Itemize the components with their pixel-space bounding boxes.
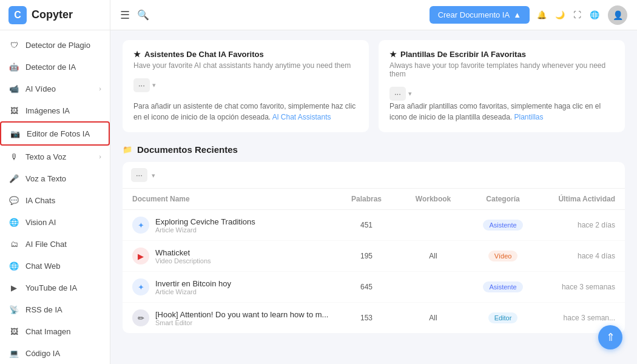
nav-label-imagenes-ia: Imágenes IA — [25, 106, 70, 115]
doc-name-cell: ✏ [Hook] Attention! Do you want to learn… — [132, 309, 336, 326]
nav-icon-texto-a-voz: 🎙 — [8, 151, 19, 162]
nav-label-voz-a-texto: Voz a Texto — [25, 174, 66, 183]
col-palabras: Palabras — [336, 195, 397, 203]
docs-table: ··· ▾ Document Name Palabras Workbook Ca… — [123, 162, 625, 333]
bell-icon[interactable]: 🔔 — [537, 10, 547, 19]
recent-docs-header: 📁 Documentos Recientes — [123, 144, 625, 155]
table-toolbar: ··· ▾ — [123, 162, 625, 189]
sidebar-item-texto-a-voz[interactable]: 🎙 Texto a Voz › — [0, 146, 110, 167]
nav-icon-chat-web: 🌐 — [8, 260, 19, 271]
doc-palabras: 153 — [336, 314, 397, 322]
nav-label-texto-a-voz: Texto a Voz — [25, 152, 66, 161]
doc-title: Invertir en Bitcoin hoy — [155, 279, 231, 288]
doc-badge: Vídeo — [488, 251, 518, 261]
doc-sub: Article Wizard — [155, 226, 255, 234]
nav-arrow-ai-video: › — [99, 85, 101, 92]
sidebar: C Copyter 🛡 Detector de Plagio 🤖 Detecto… — [0, 0, 110, 364]
table-row[interactable]: ▶ Whaticket Video Descriptions 195 All V… — [123, 241, 625, 272]
col-workbook: Workbook — [397, 195, 470, 203]
doc-actividad: hace 3 seman... — [536, 314, 615, 322]
table-toolbar-chevron[interactable]: ▾ — [152, 172, 155, 179]
doc-badge: Asistente — [483, 281, 522, 292]
sidebar-item-youtube-ia[interactable]: ▶ YouTube de IA — [0, 277, 110, 298]
sidebar-item-voz-a-texto[interactable]: 🎤 Voz a Texto — [0, 167, 110, 189]
nav-label-ai-video: AI Vídeo — [25, 84, 56, 93]
table-row[interactable]: ✦ Exploring Ceviche Traditions Article W… — [123, 210, 625, 241]
fav-chat-link[interactable]: Al Chat Assistants — [272, 113, 331, 121]
nav-arrow-texto-a-voz: › — [99, 153, 101, 160]
col-categoria: Categoría — [470, 195, 536, 203]
nav-label-ia-chats: IA Chats — [25, 196, 55, 205]
sidebar-item-chat-imagen[interactable]: 🖼 Chat Imagen — [0, 320, 110, 342]
nav-icon-vision-ai: 🌐 — [8, 217, 19, 228]
nav-icon-ia-chats: 💬 — [8, 195, 19, 206]
sidebar-item-detector-ia[interactable]: 🤖 Detector de IA — [0, 56, 110, 78]
fav-card-templates-subtitle: Always have your top favorite templates … — [389, 61, 614, 78]
topbar-icons: 🔔 🌙 ⛶ 🌐 👤 — [537, 5, 627, 25]
col-actividad: Última Actividad — [536, 195, 615, 203]
scroll-top-fab[interactable]: ⇑ — [598, 325, 622, 349]
sidebar-item-ia-chats[interactable]: 💬 IA Chats — [0, 189, 110, 211]
col-name: Document Name — [132, 195, 336, 203]
nav-label-codigo-ia: Código IA — [25, 349, 60, 358]
sidebar-item-codigo-ia[interactable]: 💻 Código IA — [0, 342, 110, 364]
nav-icon-youtube-ia: ▶ — [8, 282, 19, 293]
globe-icon[interactable]: 🌐 — [590, 10, 599, 19]
doc-title: Exploring Ceviche Traditions — [155, 217, 255, 226]
fav-templates-dots-button[interactable]: ··· — [389, 87, 406, 101]
nav-label-chat-imagen: Chat Imagen — [25, 327, 70, 336]
sidebar-header: C Copyter — [0, 0, 110, 30]
logo-letter: C — [14, 10, 21, 21]
moon-icon[interactable]: 🌙 — [555, 10, 565, 19]
fav-chat-chevron[interactable]: ▾ — [152, 81, 156, 89]
doc-categoria: Vídeo — [470, 251, 536, 261]
doc-categoria: Editor — [470, 312, 536, 323]
doc-badge: Editor — [488, 312, 518, 323]
fav-card-templates-footer: Para añadir plantillas como favoritas, s… — [389, 101, 614, 123]
doc-actividad: hace 2 días — [536, 221, 615, 229]
fav-chat-dots-button[interactable]: ··· — [133, 78, 150, 92]
crear-documento-button[interactable]: Crear Documento IA ▲ — [430, 6, 530, 24]
sidebar-item-detector-plagio[interactable]: 🛡 Detector de Plagio — [0, 34, 110, 56]
main-area: ☰ 🔍 Crear Documento IA ▲ 🔔 🌙 ⛶ 🌐 👤 ★ Asi… — [110, 0, 637, 364]
sidebar-item-imagenes-ia[interactable]: 🖼 Imágenes IA — [0, 99, 110, 121]
fav-card-chat: ★ Asistentes De Chat IA Favoritos Have y… — [123, 40, 369, 132]
sidebar-item-editor-fotos-ia[interactable]: 📷 Editor de Fotos IA — [0, 121, 110, 146]
logo-box: C — [8, 6, 27, 24]
doc-categoria: Asistente — [470, 220, 536, 231]
nav-icon-imagenes-ia: 🖼 — [8, 105, 19, 116]
sidebar-item-chat-web[interactable]: 🌐 Chat Web — [0, 255, 110, 277]
doc-icon: ✦ — [132, 278, 149, 295]
table-dots-button[interactable]: ··· — [131, 168, 147, 182]
table-row[interactable]: ✏ [Hook] Attention! Do you want to learn… — [123, 303, 625, 333]
doc-icon: ▶ — [132, 248, 149, 265]
nav-label-rss-ia: RSS de IA — [25, 305, 62, 314]
fav-card-templates-dots: ··· ▾ — [389, 87, 614, 101]
table-row[interactable]: ✦ Invertir en Bitcoin hoy Article Wizard… — [123, 272, 625, 303]
doc-sub: Smart Editor — [155, 319, 328, 326]
expand-icon[interactable]: ⛶ — [573, 10, 581, 19]
doc-workbook: All — [397, 314, 470, 322]
doc-palabras: 645 — [336, 283, 397, 291]
favorites-row: ★ Asistentes De Chat IA Favoritos Have y… — [123, 40, 625, 132]
menu-icon[interactable]: ☰ — [120, 8, 130, 22]
logo-text: Copyter — [32, 8, 73, 21]
nav-icon-detector-ia: 🤖 — [8, 61, 19, 72]
avatar[interactable]: 👤 — [608, 5, 627, 25]
avatar-icon: 👤 — [613, 10, 623, 20]
sidebar-item-ai-file-chat[interactable]: 🗂 AI File Chat — [0, 233, 110, 255]
topbar: ☰ 🔍 Crear Documento IA ▲ 🔔 🌙 ⛶ 🌐 👤 — [110, 0, 637, 30]
sidebar-item-ai-video[interactable]: 📹 AI Vídeo › — [0, 78, 110, 99]
chevron-up-icon: ▲ — [513, 10, 521, 19]
search-icon[interactable]: 🔍 — [137, 9, 149, 21]
arrow-up-icon: ⇑ — [606, 331, 615, 344]
fav-templates-link[interactable]: Plantillas — [514, 113, 544, 121]
nav-icon-detector-plagio: 🛡 — [8, 39, 19, 50]
nav-label-detector-ia: Detector de IA — [25, 62, 76, 72]
doc-name-cell: ✦ Invertir en Bitcoin hoy Article Wizard — [132, 278, 336, 295]
sidebar-item-vision-ai[interactable]: 🌐 Vision AI — [0, 211, 110, 233]
nav-label-editor-fotos-ia: Editor de Fotos IA — [27, 129, 90, 138]
sidebar-item-rss-ia[interactable]: 📡 RSS de IA — [0, 298, 110, 320]
doc-palabras: 451 — [336, 221, 397, 229]
fav-templates-chevron[interactable]: ▾ — [408, 90, 412, 98]
